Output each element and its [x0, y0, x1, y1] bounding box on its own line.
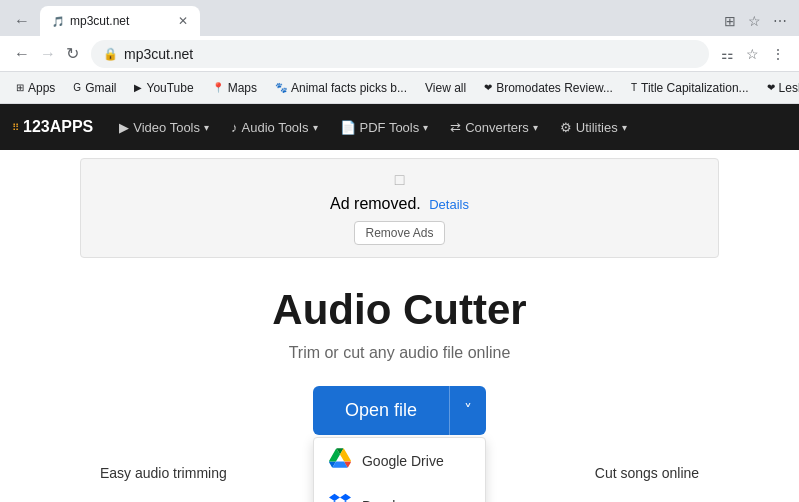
gmail-favicon: G: [73, 82, 81, 93]
dropbox-label: Dropbox: [362, 498, 415, 503]
page-subtitle: Trim or cut any audio file online: [0, 344, 799, 362]
bookmark-gmail[interactable]: G Gmail: [65, 78, 124, 98]
nav-buttons: ← → ↻: [10, 40, 83, 67]
bookmark-title-cap-label: Title Capitalization...: [641, 81, 749, 95]
open-file-wrapper: Open file ˅ Go: [313, 386, 486, 435]
back-button[interactable]: ←: [10, 41, 34, 67]
google-drive-label: Google Drive: [362, 453, 444, 469]
logo-text: 123APPS: [23, 118, 93, 136]
bookmark-lesbian-sugar[interactable]: ❤ Lesbian Sugar Mom...: [759, 78, 799, 98]
bookmark-bromodates[interactable]: ❤ Bromodates Review...: [476, 78, 621, 98]
nav-video-tools[interactable]: ▶ Video Tools ▾: [109, 114, 219, 141]
app-logo: ⠿ 123APPS: [12, 118, 93, 136]
address-bar-actions: ⚏ ☆ ⋮: [717, 42, 789, 66]
apps-favicon: ⊞: [16, 82, 24, 93]
pdf-tools-chevron: ▾: [423, 122, 428, 133]
bookmark-animal-facts[interactable]: 🐾 Animal facts picks b...: [267, 78, 415, 98]
ad-banner: □ Ad removed. Details Remove Ads: [80, 158, 719, 258]
utilities-icon: ⚙: [560, 120, 572, 135]
bookmark-title-cap[interactable]: T Title Capitalization...: [623, 78, 757, 98]
nav-audio-tools[interactable]: ♪ Audio Tools ▾: [221, 114, 327, 141]
nav-audio-tools-label: Audio Tools: [242, 120, 309, 135]
lock-icon: 🔒: [103, 47, 118, 61]
address-bar: ← → ↻ 🔒 mp3cut.net ⚏ ☆ ⋮: [0, 36, 799, 72]
nav-utilities[interactable]: ⚙ Utilities ▾: [550, 114, 637, 141]
tab-bar: ← 🎵 mp3cut.net ✕ ⊞ ☆ ⋯: [0, 0, 799, 36]
url-text: mp3cut.net: [124, 46, 697, 62]
bookmark-maps-label: Maps: [228, 81, 257, 95]
dropbox-option[interactable]: Dropbox: [314, 483, 485, 502]
nav-video-tools-label: Video Tools: [133, 120, 200, 135]
nav-pdf-tools-label: PDF Tools: [360, 120, 420, 135]
cut-songs-label: Cut songs online: [595, 465, 699, 481]
ad-placeholder-icon: □: [395, 171, 405, 189]
bookmark-gmail-label: Gmail: [85, 81, 116, 95]
converters-icon: ⇄: [450, 120, 461, 135]
new-tab-button[interactable]: ←: [8, 8, 36, 34]
browser-tab[interactable]: 🎵 mp3cut.net ✕: [40, 6, 200, 36]
open-file-chevron-button[interactable]: ˅: [449, 386, 486, 435]
browser-chrome: ← 🎵 mp3cut.net ✕ ⊞ ☆ ⋯ ← → ↻ 🔒 mp3cut.ne…: [0, 0, 799, 104]
open-file-dropdown: Google Drive Dropbox: [313, 437, 486, 502]
nav-converters[interactable]: ⇄ Converters ▾: [440, 114, 548, 141]
lesbian-sugar-favicon: ❤: [767, 82, 775, 93]
url-bar[interactable]: 🔒 mp3cut.net: [91, 40, 709, 68]
bookmark-animal-facts-label: Animal facts picks b...: [291, 81, 407, 95]
google-drive-icon: [328, 448, 352, 473]
forward-button[interactable]: →: [36, 41, 60, 67]
bookmark-lesbian-sugar-label: Lesbian Sugar Mom...: [779, 81, 799, 95]
bookmark-youtube[interactable]: ▶ YouTube: [126, 78, 201, 98]
open-file-button-group: Open file ˅: [313, 386, 486, 435]
animal-facts-favicon: 🐾: [275, 82, 287, 93]
tab-favicon: 🎵: [52, 16, 64, 27]
video-tools-chevron: ▾: [204, 122, 209, 133]
remove-ads-button[interactable]: Remove Ads: [354, 221, 444, 245]
tab-close-button[interactable]: ✕: [178, 14, 188, 28]
feature-cut-songs: Cut songs online: [595, 465, 699, 481]
page-title: Audio Cutter: [0, 286, 799, 334]
bromodates-favicon: ❤: [484, 82, 492, 93]
refresh-button[interactable]: ↻: [62, 40, 83, 67]
star-button[interactable]: ☆: [742, 42, 763, 66]
profile-button[interactable]: ⋯: [769, 11, 791, 31]
site-content: ⠿ 123APPS ▶ Video Tools ▾ ♪ Audio Tools …: [0, 104, 799, 481]
video-tools-icon: ▶: [119, 120, 129, 135]
title-cap-favicon: T: [631, 82, 637, 93]
audio-tools-chevron: ▾: [313, 122, 318, 133]
main-content: Audio Cutter Trim or cut any audio file …: [0, 266, 799, 435]
bookmark-bromodates-label: Bromodates Review...: [496, 81, 613, 95]
logo-dots-icon: ⠿: [12, 122, 19, 133]
ad-removed-message: Ad removed. Details: [330, 195, 469, 213]
easy-trimming-label: Easy audio trimming: [100, 465, 227, 481]
ad-details-link[interactable]: Details: [429, 197, 469, 212]
audio-tools-icon: ♪: [231, 120, 238, 135]
nav-pdf-tools[interactable]: 📄 PDF Tools ▾: [330, 114, 439, 141]
favorites-button[interactable]: ☆: [744, 11, 765, 31]
bookmark-apps[interactable]: ⊞ Apps: [8, 78, 63, 98]
google-drive-option[interactable]: Google Drive: [314, 438, 485, 483]
nav-utilities-label: Utilities: [576, 120, 618, 135]
app-navbar: ⠿ 123APPS ▶ Video Tools ▾ ♪ Audio Tools …: [0, 104, 799, 150]
bookmark-youtube-label: YouTube: [146, 81, 193, 95]
utilities-chevron: ▾: [622, 122, 627, 133]
open-file-button[interactable]: Open file: [313, 386, 449, 435]
maps-favicon: 📍: [212, 82, 224, 93]
nav-menu: ▶ Video Tools ▾ ♪ Audio Tools ▾ 📄 PDF To…: [109, 114, 636, 141]
bookmark-maps[interactable]: 📍 Maps: [204, 78, 265, 98]
feature-easy-trimming: Easy audio trimming: [100, 465, 227, 481]
youtube-favicon: ▶: [134, 82, 142, 93]
nav-converters-label: Converters: [465, 120, 529, 135]
extensions-icon-button[interactable]: ⚏: [717, 42, 738, 66]
tab-title: mp3cut.net: [70, 14, 129, 28]
more-button[interactable]: ⋮: [767, 42, 789, 66]
bookmark-apps-label: Apps: [28, 81, 55, 95]
extensions-button[interactable]: ⊞: [720, 11, 740, 31]
bookmark-view-all-label: View all: [425, 81, 466, 95]
tab-actions: ⊞ ☆ ⋯: [720, 11, 791, 31]
converters-chevron: ▾: [533, 122, 538, 133]
dropbox-icon: [328, 493, 352, 502]
bookmarks-bar: ⊞ Apps G Gmail ▶ YouTube 📍 Maps 🐾 Animal…: [0, 72, 799, 104]
pdf-tools-icon: 📄: [340, 120, 356, 135]
bookmark-view-all[interactable]: View all: [417, 78, 474, 98]
ad-removed-text: Ad removed.: [330, 195, 421, 212]
